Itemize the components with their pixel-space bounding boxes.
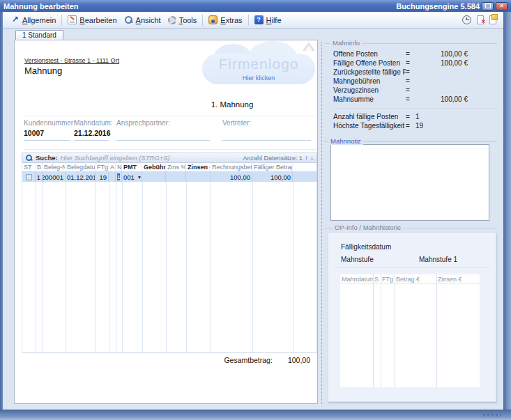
ansprechpartner-label: Ansprechpartner: [116, 119, 170, 127]
op-info-divider [334, 267, 490, 268]
sender-address-line[interactable]: Versionstest - Strasse 1 - 1111 Ort [24, 57, 119, 64]
toolbar-right-icons [462, 15, 499, 24]
search-label: Suche: [36, 154, 58, 162]
faelligkeitsdatum-label: Fälligkeitsdatum [341, 243, 391, 251]
equals-sign: = [406, 122, 415, 130]
col-zinsen[interactable]: Zinsen € [186, 163, 211, 171]
hist-col-betrag[interactable]: Betrag € [395, 276, 436, 283]
record-count-label: Anzahl Datensätze: 1 [243, 155, 303, 162]
col-filler [293, 163, 316, 171]
mahninfo-row: Offene Posten = 100,00 € [324, 49, 497, 59]
mahninfo-row: Verzugszinsen = [324, 86, 497, 95]
field-underline [222, 140, 311, 141]
magnifier-document-icon [124, 15, 133, 24]
new-note-icon[interactable] [489, 15, 496, 24]
menu-hilfe[interactable]: ? Hilfe [251, 14, 285, 26]
divider [24, 149, 317, 150]
grid-row-selected[interactable]: 1 200001 01.12.2016 19 1 001 ▼ 100,00 10… [22, 172, 317, 182]
col-gebuehr[interactable]: Gebühr € [142, 163, 166, 171]
col-a[interactable]: A [109, 163, 116, 171]
mahninfo-stat-row: Anzahl fällige Posten = 1 [324, 112, 497, 121]
col-b[interactable]: B [36, 163, 43, 171]
cell-pmt[interactable]: 001 ▼ [122, 172, 142, 182]
mahndatum-value[interactable]: 21.12.2016 [74, 129, 111, 137]
gear-icon [168, 16, 176, 24]
col-pmt[interactable]: PMT [122, 163, 142, 171]
cell-faelliger-betrag: 100,00 [252, 172, 293, 182]
grid-empty-area[interactable] [22, 182, 317, 353]
vertreter-label: Vertreter: [222, 119, 251, 127]
col-beleg-nr[interactable]: Beleg-Nr. [43, 163, 66, 171]
equals-sign: = [406, 50, 415, 58]
col-rechnungsbetrag[interactable]: Rechnungsbetrag € [211, 163, 252, 171]
op-info-legend: OP-Info / Mahnhistorie [333, 224, 403, 231]
menu-ansicht[interactable]: Ansicht [121, 14, 165, 26]
hist-col-mahndatum[interactable]: Mahndatum [340, 276, 373, 283]
hist-col-ftg[interactable]: FTg [381, 276, 395, 283]
row-up-icon[interactable]: ↑ [305, 155, 308, 162]
cell-zins-pct [166, 172, 186, 182]
equals-sign: = [406, 113, 415, 120]
grid-search-bar[interactable]: Suche: Hier Suchbegriff eingeben (STRG+S… [22, 153, 317, 163]
document-form: Versionstest - Strasse 1 - 1111 Ort Mahn… [14, 40, 318, 404]
resize-grip[interactable] [483, 414, 501, 417]
col-n[interactable]: N [116, 163, 122, 171]
titlebar: Mahnung bearbeiten Buchungsengine 5.584 … [0, 0, 511, 12]
company-logo-placeholder[interactable]: Firmenlogo Hier klicken [199, 44, 318, 88]
col-ftg[interactable]: FTg [96, 163, 109, 171]
mahninfo-row: Fällige Offene Posten = 100,00 € [324, 59, 497, 68]
window-frame-right [503, 12, 511, 410]
logo-placeholder-text: Firmenlogo [199, 56, 318, 72]
clock-icon[interactable] [462, 15, 471, 24]
col-st[interactable]: ST [22, 163, 36, 171]
row-detail-cell[interactable] [22, 172, 36, 182]
hist-col-zinsen[interactable]: Zinsen € [436, 276, 480, 283]
mahninfo-row: Mahnsumme = 100,00 € [324, 95, 497, 104]
total-value: 100,00 [288, 356, 310, 364]
search-placeholder[interactable]: Hier Suchbegriff eingeben (STRG+S) [61, 154, 170, 162]
op-info-panel: Fälligkeitsdatum Mahnstufe Mahnstufe 1 M… [328, 232, 496, 402]
mahnnotiz-textarea[interactable] [330, 144, 489, 221]
cell-ftg: 19 [96, 172, 109, 182]
edit-note-icon [68, 15, 77, 24]
search-icon [25, 154, 33, 162]
menu-separator [248, 15, 249, 26]
menu-separator [202, 15, 203, 26]
total-row: Gesamtbetrag: 100,00 [22, 356, 317, 364]
equals-sign: = [406, 77, 415, 85]
mahninfo-divider [333, 108, 497, 109]
dropdown-arrow-icon[interactable]: ▼ [137, 175, 142, 180]
mahninfo-rows: Offene Posten = 100,00 € Fällige Offene … [324, 49, 497, 130]
menu-tools[interactable]: Tools [165, 15, 201, 26]
col-zins-pct[interactable]: Zins % [166, 163, 186, 171]
cell-a [109, 172, 116, 182]
col-faelliger-betrag[interactable]: Fälliger Betrag € [252, 163, 293, 171]
col-belegdatum[interactable]: Belegdatum [66, 163, 96, 171]
mahninfo-row: Mahngebühren = [324, 77, 497, 86]
open-items-grid: Suche: Hier Suchbegriff eingeben (STRG+S… [22, 153, 317, 353]
dunning-level-heading: 1. Mahnung [176, 100, 288, 109]
delete-document-icon[interactable] [477, 15, 484, 24]
menu-allgemein[interactable]: ↗ Allgemein [7, 14, 59, 26]
mahninfo-legend: Mahninfo [330, 39, 362, 47]
cell-n[interactable]: 1 [116, 172, 122, 182]
mahndatum-label: Mahndatum: [74, 119, 113, 127]
kundennummer-value[interactable]: 10007 [24, 129, 44, 137]
hist-col-s[interactable]: S [373, 276, 381, 283]
tab-standard[interactable]: 1 Standard [15, 30, 63, 40]
app-version-label: Buchungsengine 5.584 [396, 2, 480, 10]
row-down-icon[interactable]: ↓ [310, 155, 314, 162]
cell-belegdatum: 01.12.2016 [66, 172, 96, 182]
minimize-button[interactable] [482, 2, 494, 10]
mahnhistorie-table[interactable]: Mahndatum S FTg Betrag € Zinsen € [340, 274, 480, 387]
menu-bearbeiten[interactable]: Bearbeiten [64, 14, 120, 26]
menu-extras[interactable]: Extras [205, 14, 245, 26]
grid-detail-icon[interactable] [26, 174, 32, 180]
page-break-separator [321, 42, 322, 404]
app-window: Mahnung bearbeiten Buchungsengine 5.584 … [0, 0, 511, 420]
grid-header-row: ST B Beleg-Nr. Belegdatum FTg A N PMT Ge… [22, 163, 317, 172]
window-frame-left [0, 12, 3, 410]
cell-filler [293, 172, 316, 182]
cell-gebuehr [142, 172, 166, 182]
close-button[interactable]: ✕ [496, 2, 508, 10]
